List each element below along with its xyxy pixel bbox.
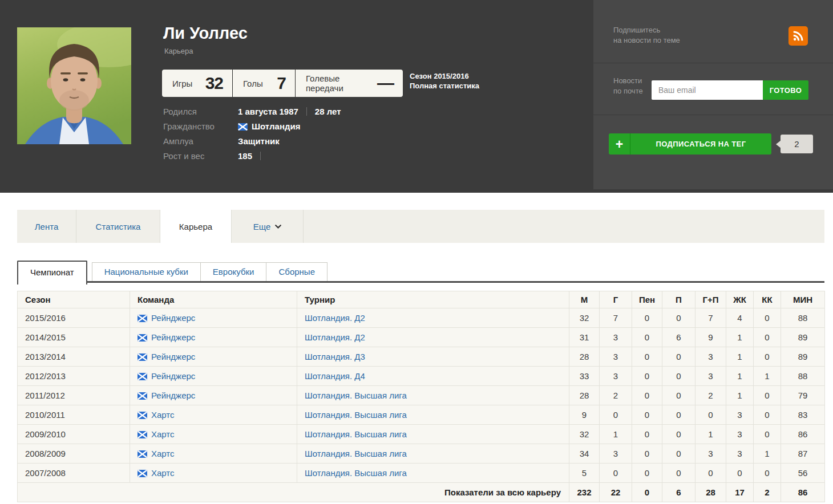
subtab-national-cups[interactable]: Национальные кубки [92,262,201,281]
tournament-link[interactable]: Шотландия. Высшая лига [305,391,407,400]
team-link[interactable]: Рейнджерс [138,332,195,342]
email-input[interactable] [652,80,763,100]
table-row: 2011/2012РейнджерсШотландия. Высшая лига… [18,386,825,405]
stat-cell: 0 [632,308,662,328]
stat-cell: 4 [726,308,754,328]
season-cell: 2012/2013 [18,367,130,386]
totals-cell: 17 [726,483,754,502]
subtab-eurocups[interactable]: Еврокубки [200,262,267,281]
stat-label: Голевые передачи [306,74,377,93]
info-label: Родился [163,104,238,119]
main-tabs: ЛентаСтатистикаКарьераЕще [17,210,824,243]
team-link[interactable]: Рейнджерс [138,371,195,381]
tournament-link[interactable]: Шотландия. Высшая лига [305,429,407,439]
scotland-flag-icon [138,373,147,380]
column-header: МИН [781,291,825,308]
scotland-flag-icon [138,353,147,361]
table-row: 2012/2013РейнджерсШотландия. Д4333003118… [18,367,825,386]
season-stat-link[interactable]: Сезон 2015/2016 Полная статистика [410,71,479,91]
stat-cell: 0 [695,405,726,425]
stat-cell: 7 [600,308,632,328]
tab-more[interactable]: Еще [232,210,304,243]
stat-cell: 0 [662,425,695,444]
stat-cell: 0 [695,464,726,483]
stat-cell: 0 [662,386,695,405]
stat-cell: 0 [632,328,662,347]
tournament-link[interactable]: Шотландия. Высшая лига [305,468,407,478]
subtab-national-teams[interactable]: Сборные [266,262,327,281]
page-subtitle: Карьера [164,47,193,55]
email-submit-button[interactable]: ГОТОВО [763,80,808,100]
season-cell: 2007/2008 [18,464,130,483]
stat-cell: 1 [754,444,781,464]
info-value: 1 августа 1987 [238,107,298,116]
stat-cell: 9 [569,405,600,425]
tournament-link[interactable]: Шотландия. Д3 [305,352,365,361]
team-link[interactable]: Хартс [138,410,175,420]
stat-cell: 87 [781,444,825,464]
table-row: 2010/2011ХартсШотландия. Высшая лига9000… [18,405,825,425]
plus-icon[interactable]: + [609,133,630,155]
column-header: ЖК [726,291,754,308]
totals-cell: 86 [781,483,825,502]
tournament-link[interactable]: Шотландия. Высшая лига [305,410,407,420]
stat-box: Голевые передачи— [296,70,403,97]
subtab-championship[interactable]: Чемпионат [17,261,87,284]
column-header: Г [600,291,632,308]
stat-cell: 0 [726,464,754,483]
column-header: Г+П [695,291,726,308]
stat-value: 32 [205,74,223,93]
table-row: 2013/2014РейнджерсШотландия. Д3283003108… [18,347,825,367]
team-link[interactable]: Рейнджерс [138,313,195,323]
stat-cell: 31 [569,328,600,347]
subscribe-tag-button[interactable]: ПОДПИСАТЬСЯ НА ТЕГ [630,133,771,155]
season-cell: 2011/2012 [18,386,130,405]
info-value: Шотландия [252,121,300,131]
subscriber-count-badge: 2 [781,135,813,153]
totals-label: Показатели за всю карьеру [18,483,569,502]
tournament-link[interactable]: Шотландия. Д2 [305,313,365,323]
team-link[interactable]: Хартс [138,468,175,478]
column-header: Сезон [18,291,130,308]
team-link[interactable]: Рейнджерс [138,352,195,361]
totals-cell: 6 [662,483,695,502]
player-info: Родился1 августа 198728 летГражданствоШо… [163,104,341,164]
scotland-flag-icon [138,334,147,342]
stat-cell: 3 [726,444,754,464]
tab-feed[interactable]: Лента [17,210,76,243]
table-header-row: СезонКомандаТурнирМГПенПГ+ПЖКККМИН [18,291,825,308]
email-subscribe-section: Новости по почте ГОТОВО [593,63,833,115]
stat-cell: 3 [695,444,726,464]
tournament-link[interactable]: Шотландия. Д4 [305,371,365,381]
team-link[interactable]: Хартс [138,429,175,439]
career-subtabs: ЧемпионатНациональные кубкиЕврокубкиСбор… [17,262,824,283]
stat-cell: 2 [600,386,632,405]
stat-cell: 32 [569,308,600,328]
tab-statistics[interactable]: Статистика [76,210,160,243]
stat-cell: 0 [754,308,781,328]
column-header: П [662,291,695,308]
rss-icon[interactable] [788,26,808,46]
tournament-link[interactable]: Шотландия. Высшая лига [305,449,407,458]
totals-cell: 0 [632,483,662,502]
totals-row: Показатели за всю карьеру23222062817286 [18,483,825,502]
team-link[interactable]: Хартс [138,449,175,458]
season-cell: 2013/2014 [18,347,130,367]
scotland-flag-icon [138,450,147,458]
stat-cell: 3 [695,367,726,386]
season-cell: 2010/2011 [18,405,130,425]
stat-cell: 0 [632,444,662,464]
stat-cell: 28 [569,386,600,405]
tournament-link[interactable]: Шотландия. Д2 [305,332,365,342]
stat-cell: 0 [662,405,695,425]
stat-cell: 5 [569,464,600,483]
stat-cell: 3 [600,367,632,386]
stat-cell: 0 [632,347,662,367]
team-link[interactable]: Рейнджерс [138,391,195,400]
stat-cell: 1 [695,425,726,444]
tag-subscribe-section: + ПОДПИСАТЬСЯ НА ТЕГ 2 [593,115,833,189]
divider [260,152,261,160]
tab-career[interactable]: Карьера [160,210,232,243]
stat-box: Игры32 [162,70,233,97]
player-header: Подпишитесь на новости по теме Новости п… [0,0,833,193]
